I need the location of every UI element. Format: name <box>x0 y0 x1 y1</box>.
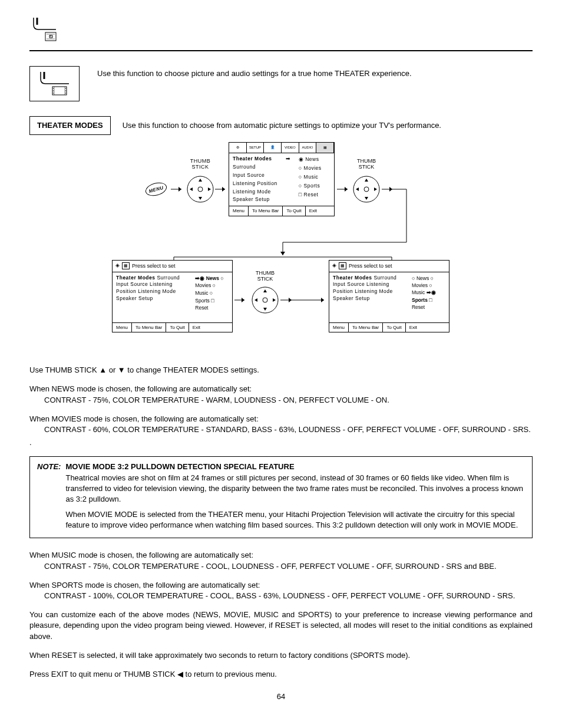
p-reset: When RESET is selected, it will take app… <box>29 650 533 661</box>
theater-icon <box>29 66 80 101</box>
p-news: When NEWS mode is chosen, the following … <box>29 384 533 405</box>
svg-text:STICK: STICK <box>257 276 273 282</box>
page-number: 64 <box>29 691 533 702</box>
section-desc: Use this function to choose from automat… <box>123 120 441 131</box>
svg-point-26 <box>263 298 267 302</box>
p-customize: You can customize each of the above mode… <box>29 610 533 642</box>
p-movies: When MOVIES mode is chosen, the followin… <box>29 414 533 435</box>
svg-text:STICK: STICK <box>359 164 375 170</box>
tab-corner-icon <box>32 18 59 44</box>
menu-diagram: MENU THUMB STICK ⚙SETUP👤VIDEOAUDIO▦ Thea… <box>29 142 533 354</box>
svg-point-18 <box>198 187 203 192</box>
note-p1: Theatrical movies are shot on film at 24… <box>65 473 523 503</box>
divider <box>29 50 533 51</box>
section-label: THEATER MODES <box>29 116 111 135</box>
svg-rect-0 <box>45 32 56 41</box>
p-thumbstick: Use THUMB STICK ▲ or ▼ to change THEATER… <box>29 365 533 375</box>
note-box: NOTE: MOVIE MODE 3:2 PULLDOWN DETECTION … <box>29 456 533 538</box>
svg-rect-4 <box>52 87 67 95</box>
note-title: MOVIE MODE 3:2 PULLDOWN DETECTION SPECIA… <box>65 462 294 471</box>
svg-text:THUMB: THUMB <box>357 158 376 164</box>
svg-point-22 <box>364 187 369 192</box>
svg-point-10 <box>65 88 65 88</box>
intro-text: Use this function to choose picture and … <box>97 66 412 79</box>
svg-point-8 <box>52 90 53 91</box>
stray-dot: . <box>29 437 533 448</box>
note-label: NOTE: <box>37 462 61 531</box>
svg-point-12 <box>65 93 65 93</box>
svg-text:STICK: STICK <box>191 164 209 170</box>
svg-text:THUMB: THUMB <box>190 158 211 164</box>
p-exit: Press EXIT to quit menu or THUMB STICK ◀… <box>29 669 533 680</box>
svg-point-9 <box>52 93 53 93</box>
p-music: When MUSIC mode is chosen, the following… <box>29 550 533 571</box>
p-sports: When SPORTS mode is chosen, the followin… <box>29 580 533 601</box>
svg-point-7 <box>52 88 53 88</box>
svg-point-11 <box>65 90 65 91</box>
svg-text:THUMB: THUMB <box>256 270 275 276</box>
note-p2: When MOVIE MODE is selected from the THE… <box>65 510 518 529</box>
